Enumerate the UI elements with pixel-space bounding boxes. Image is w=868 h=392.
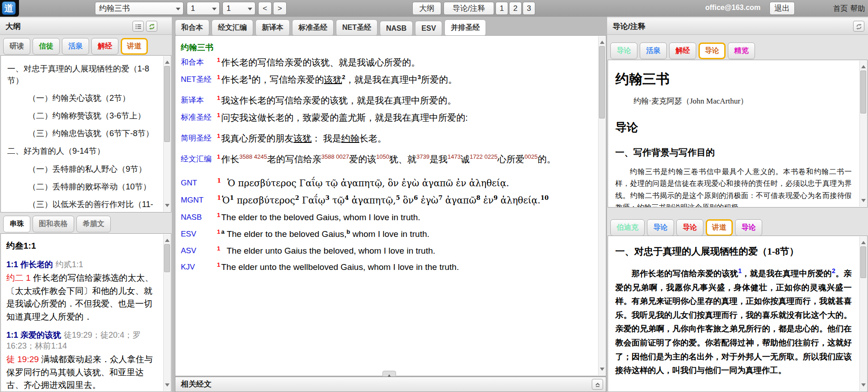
sermon-tab-0[interactable]: 伯迪克	[610, 219, 645, 236]
verse-select[interactable]: 1	[222, 2, 255, 15]
bible-version-tab-3[interactable]: 标准圣经	[292, 19, 334, 36]
prev-verse-button[interactable]: <	[258, 2, 272, 15]
outline-tab-0[interactable]: 研读	[3, 38, 30, 55]
bible-version-link[interactable]: MGNT	[181, 194, 217, 208]
outline-item[interactable]: 一、对忠于真理的人展现牺牲的爱（1-8节）	[7, 63, 159, 86]
sermon-tab-3[interactable]: 讲道	[706, 219, 733, 236]
refresh-icon[interactable]	[146, 21, 157, 32]
outline-item[interactable]: （二）丢特腓的败坏举动（10节）	[7, 181, 159, 193]
scroll-up-arrow[interactable]	[165, 58, 170, 64]
outline-item[interactable]: （一）约翰关心该犹（2节）	[7, 92, 159, 104]
strong-number[interactable]: 1722 0225	[470, 153, 497, 160]
scroll-down-arrow[interactable]	[165, 383, 170, 389]
verse-note-number[interactable]: 5	[396, 194, 400, 201]
bible-version-tab-5[interactable]: NASB	[380, 21, 413, 36]
bible-version-link[interactable]: GNT	[181, 176, 217, 190]
crossref-reference-links[interactable]: 约贰1:1	[56, 260, 83, 269]
scroll-up-arrow[interactable]	[861, 63, 866, 68]
scroll-up-arrow[interactable]	[861, 239, 866, 244]
crossref-tab-1[interactable]: 图和表格	[33, 216, 74, 232]
columns-1-button[interactable]: 1	[495, 2, 508, 15]
bible-version-tab-0[interactable]: 和合本	[175, 19, 209, 36]
outline-tab-2[interactable]: 活泉	[62, 38, 89, 55]
scrollbar[interactable]	[598, 36, 605, 375]
verse-note-number[interactable]: 3	[326, 194, 330, 201]
scrollbar[interactable]	[859, 236, 867, 391]
scrollbar-thumb[interactable]	[860, 71, 866, 113]
scrollbar-thumb[interactable]	[860, 246, 866, 278]
commentary-tab-0[interactable]: 导论	[610, 43, 637, 59]
scroll-down-arrow[interactable]	[861, 199, 866, 204]
outline-item[interactable]: （三）以低米丢的善行作对比（11-	[7, 198, 159, 210]
verse-note-number[interactable]: 1	[230, 194, 234, 201]
scrollbar-thumb[interactable]	[599, 46, 605, 118]
commentary-tab-4[interactable]: 精览	[728, 43, 755, 59]
outline-item[interactable]: （三）约翰忠告该犹（6节下-8节）	[7, 128, 159, 139]
verse-note-number[interactable]: 3	[418, 74, 421, 80]
verse-reference-link[interactable]: 徒 19:29	[6, 354, 39, 364]
scroll-down-arrow[interactable]	[600, 368, 604, 373]
book-select[interactable]: 约翰三书	[95, 2, 184, 15]
columns-3-button[interactable]: 3	[523, 2, 535, 15]
verse-note-number[interactable]: 10	[540, 194, 548, 201]
sermon-tab-4[interactable]: 导论	[735, 219, 762, 236]
scrollbar-thumb[interactable]	[164, 66, 170, 142]
bible-version-link[interactable]: 简明圣经	[181, 132, 217, 146]
bible-version-link[interactable]: ESV	[181, 227, 217, 241]
bible-version-link[interactable]: NASB	[181, 211, 217, 224]
bible-version-link[interactable]: 和合本	[181, 56, 217, 70]
outline-tab-1[interactable]: 信徒	[33, 38, 60, 55]
scrollbar[interactable]	[163, 234, 170, 391]
bible-version-link[interactable]: NET圣经	[181, 73, 217, 87]
columns-2-button[interactable]: 2	[509, 2, 522, 15]
verse-note-number[interactable]: 7	[439, 194, 443, 201]
bible-version-link[interactable]: ASV	[181, 244, 217, 258]
verse-note-number[interactable]: 9	[494, 194, 498, 201]
bible-version-tab-6[interactable]: ESV	[415, 21, 442, 36]
scrollbar[interactable]	[859, 61, 867, 207]
commentary-tab-1[interactable]: 活泉	[640, 43, 667, 59]
logout-button[interactable]: 退出	[769, 2, 795, 15]
strong-number[interactable]: 1050	[376, 153, 389, 160]
strong-number[interactable]: 1473	[448, 153, 461, 160]
scroll-up-arrow[interactable]	[600, 38, 604, 44]
commentary-tab-2[interactable]: 解经	[669, 43, 696, 59]
outline-tab-3[interactable]: 解经	[91, 38, 118, 55]
sermon-tab-2[interactable]: 导论	[676, 219, 703, 236]
refresh-icon[interactable]	[853, 21, 864, 32]
home-link[interactable]: 首页	[833, 5, 848, 12]
outline-item[interactable]: （二）约翰称赞该犹（3-6节上）	[7, 110, 159, 122]
verse-note-number[interactable]: 2	[295, 194, 299, 201]
outline-tab-4[interactable]: 讲道	[121, 38, 148, 55]
crossref-tab-2[interactable]: 希腊文	[76, 216, 111, 232]
related-verses-splitter[interactable]	[382, 371, 396, 377]
outline-panel-button[interactable]: 大纲	[412, 2, 441, 15]
next-verse-button[interactable]: >	[273, 2, 287, 15]
strong-number[interactable]: 3588 4245	[239, 153, 267, 160]
bible-version-link[interactable]: 新译本	[181, 94, 217, 108]
bible-version-tab-4[interactable]: NET圣经	[336, 19, 377, 36]
sermon-tab-1[interactable]: 导论	[647, 219, 674, 236]
verse-note-number[interactable]: 2	[342, 74, 345, 80]
scroll-down-arrow[interactable]	[165, 204, 170, 209]
crossref-keyword-link[interactable]: 1:1 亲爱的该犹	[6, 331, 61, 340]
verse-note-number[interactable]: 6	[414, 194, 418, 201]
bible-version-link[interactable]: 标准圣经	[181, 111, 217, 125]
strong-number[interactable]: 3739	[416, 153, 429, 160]
bible-version-link[interactable]: KJV	[181, 260, 217, 274]
outline-item[interactable]: （一）丢特腓的私人野心（9节）	[7, 163, 159, 175]
help-link[interactable]: 帮助	[850, 5, 865, 12]
verse-reference-link[interactable]: 约二 1	[6, 273, 31, 283]
outline-item[interactable]: 二、好为首的人（9-14节）	[7, 145, 159, 157]
intro-commentary-panel-button[interactable]: 导论/注释	[443, 2, 494, 15]
scroll-up-arrow[interactable]	[165, 236, 170, 242]
bible-version-tab-7[interactable]: 并排圣经	[444, 19, 486, 36]
crossref-tab-0[interactable]: 串珠	[3, 216, 30, 232]
outline-list-icon[interactable]	[132, 21, 144, 32]
app-logo[interactable]: 道	[2, 1, 16, 15]
scrollbar-thumb[interactable]	[164, 244, 170, 272]
scroll-down-arrow[interactable]	[861, 383, 866, 389]
commentary-tab-3[interactable]: 导论	[698, 43, 726, 59]
bible-version-tab-2[interactable]: 新译本	[255, 19, 290, 36]
strong-number[interactable]: 3588 0027	[321, 153, 349, 160]
